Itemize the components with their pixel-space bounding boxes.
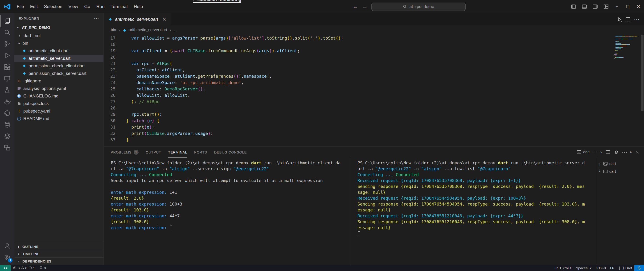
toggle-secondary-sidebar-icon[interactable]	[590, 0, 601, 13]
database-activity-button[interactable]	[0, 119, 14, 130]
menu-go[interactable]: Go	[81, 2, 93, 11]
line-number: 31	[104, 124, 116, 130]
ports-status[interactable]: 0	[37, 265, 48, 271]
minimize-button[interactable]: −	[612, 0, 622, 13]
breadcrumb-item[interactable]: arithmetic_server.dart	[129, 27, 167, 32]
kill-terminal-button[interactable]	[613, 149, 620, 155]
panel-tab-debug-console[interactable]: DEBUG CONSOLE	[214, 147, 247, 158]
terminal-dropdown-icon[interactable]: ∨	[600, 150, 603, 154]
run-button[interactable]	[617, 17, 622, 22]
section-outline[interactable]: ›OUTLINE	[14, 243, 104, 250]
split-editor-button[interactable]	[626, 17, 630, 22]
docker-activity-button[interactable]	[0, 96, 14, 107]
tree-item-pubspec-lock[interactable]: pubspec.lock	[14, 100, 104, 107]
run-and-debug-activity-button[interactable]	[0, 50, 14, 61]
problems-status[interactable]: 0 0 1	[11, 265, 37, 271]
error-count: 0	[18, 266, 20, 270]
breadcrumb-item[interactable]: bin	[111, 27, 116, 32]
tree-item-analysis-options-yaml[interactable]: analysis_options.yaml	[14, 85, 104, 92]
menu-selection[interactable]: Selection	[41, 2, 65, 11]
code-text: ); // AtRpc	[116, 98, 160, 105]
remote-indicator[interactable]: ><	[0, 265, 11, 271]
terminal-pane-server[interactable]: PS C:\Users\colin\New folder (2)\at_demo…	[350, 158, 597, 265]
tree-item-arithmetic-client-dart[interactable]: arithmetic_client.dart	[14, 47, 104, 55]
tree-item--dart-tool[interactable]: ›.dart_tool	[14, 32, 104, 39]
editor-more-button[interactable]: ⋯	[634, 16, 640, 22]
new-terminal-button[interactable]	[592, 149, 598, 155]
customize-layout-icon[interactable]	[601, 0, 612, 13]
indentation[interactable]: Spaces: 2	[574, 265, 594, 271]
toggle-panel-icon[interactable]	[579, 0, 590, 13]
tree-item-readme-md[interactable]: README.md	[14, 115, 104, 122]
tree-item-permission-check-server-dart[interactable]: permission_check_server.dart	[14, 70, 104, 77]
terminal-pane-client[interactable]: PS C:\Users\colin\New folder (2)\at_demo…	[104, 158, 350, 265]
menu-edit[interactable]: Edit	[27, 2, 41, 11]
eol-sequence[interactable]: LF	[608, 265, 616, 271]
close-window-button[interactable]: ✕	[633, 0, 644, 13]
menu-terminal[interactable]: Terminal	[108, 2, 131, 11]
menu-view[interactable]: View	[66, 2, 81, 11]
remote-explorer-activity-button[interactable]	[0, 73, 14, 84]
toggle-sidebar-icon[interactable]	[568, 0, 579, 13]
pubspec-file-icon: !	[17, 109, 22, 113]
panel-tab-output[interactable]: OUTPUT	[146, 147, 161, 158]
github-activity-button[interactable]	[0, 107, 14, 119]
tree-item-arithmetic-server-dart[interactable]: arithmetic_server.dart	[14, 55, 104, 62]
explorer-more-button[interactable]: ⋯	[94, 15, 99, 21]
split-group-bracket: ┌	[598, 161, 602, 167]
source-control-activity-button[interactable]	[0, 38, 14, 50]
split-group-bracket: └	[598, 169, 602, 175]
menu-file[interactable]: File	[14, 2, 27, 11]
file-name: permission_check_client.dart	[28, 63, 85, 68]
menu-run[interactable]: Run	[93, 2, 108, 11]
git-file-icon	[17, 79, 22, 83]
panel-tab-ports[interactable]: PORTS	[194, 147, 207, 158]
maximize-panel-icon[interactable]: ∧	[630, 150, 632, 154]
layers-activity-button[interactable]	[0, 130, 14, 142]
forward-arrow-icon[interactable]: →	[362, 3, 368, 10]
tree-item--gitignore[interactable]: .gitignore	[14, 77, 104, 85]
section-timeline[interactable]: ›TIMELINE	[14, 250, 104, 257]
panel-more-button[interactable]: ⋯	[622, 149, 628, 155]
search-icon	[4, 29, 10, 36]
terminal-list-item[interactable]: ┌dart	[597, 160, 644, 168]
scrollbar-thumb[interactable]	[641, 35, 644, 111]
tree-item-changelog-md[interactable]: MCHANGELOG.md	[14, 92, 104, 100]
remote-windows-activity-button[interactable]	[0, 142, 14, 154]
cursor-position[interactable]: Ln 1, Col 1	[552, 265, 574, 271]
encoding[interactable]: UTF-8	[594, 265, 608, 271]
notifications-bell[interactable]	[634, 265, 644, 271]
split-terminal-button[interactable]	[605, 149, 611, 155]
back-arrow-icon[interactable]: ←	[352, 3, 358, 10]
extensions-activity-button[interactable]	[0, 61, 14, 73]
breadcrumb[interactable]: bin›arithmetic_server.dart›...	[104, 25, 644, 34]
search-activity-button[interactable]	[0, 27, 14, 38]
panel-tab-problems[interactable]: PROBLEMS1	[111, 147, 138, 158]
tree-item-bin[interactable]: ›bin	[14, 39, 104, 47]
editor-scrollbar[interactable]	[641, 34, 644, 146]
terminal-list-item[interactable]: └dart	[597, 168, 644, 175]
manage-activity-button[interactable]: 1	[0, 252, 14, 263]
language-mode[interactable]: { }Dart	[616, 265, 634, 271]
terminal-icon	[603, 162, 608, 166]
tree-item-permission-check-client-dart[interactable]: permission_check_client.dart	[14, 62, 104, 70]
explorer-activity-button[interactable]	[0, 15, 14, 27]
close-panel-button[interactable]	[634, 149, 641, 155]
editor-tab[interactable]: arithmetic_server.dart ✕	[104, 13, 171, 25]
panel-tab-terminal[interactable]: TERMINAL	[168, 147, 187, 158]
workspace-row[interactable]: › AT_RPC_DEMO	[14, 23, 104, 32]
maximize-button[interactable]: □	[622, 0, 633, 13]
terminal-profile-button[interactable]: dart	[576, 150, 590, 154]
section-dependencies[interactable]: ›DEPENDENCIES	[14, 257, 104, 265]
minimap[interactable]	[614, 36, 640, 60]
chevron-right-icon: ›	[17, 33, 22, 38]
accounts-activity-button[interactable]	[0, 240, 14, 252]
breadcrumb-item[interactable]: ...	[174, 27, 177, 32]
tree-item-pubspec-yaml[interactable]: !pubspec.yaml	[14, 107, 104, 115]
menu-help[interactable]: Help	[130, 2, 146, 11]
close-tab-icon[interactable]: ✕	[162, 16, 166, 22]
search-box[interactable]: at_rpc_demo	[371, 2, 466, 11]
code-text	[116, 54, 124, 60]
testing-activity-button[interactable]	[0, 84, 14, 96]
code-editor[interactable]: 17 var allowList = argsParser.parse(args…	[104, 34, 644, 146]
